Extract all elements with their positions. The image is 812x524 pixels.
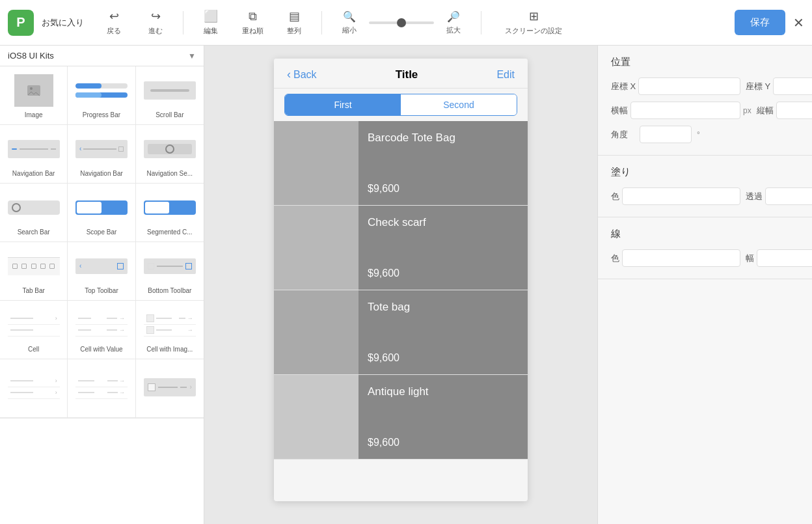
component-cell[interactable]: › Cell bbox=[0, 301, 68, 359]
save-button[interactable]: 保存 bbox=[735, 10, 785, 35]
mobile-edit-button[interactable]: Edit bbox=[496, 69, 515, 81]
mobile-list: Barcode Tote Bag $9,600 Check scarf $9,6… bbox=[274, 121, 528, 460]
mobile-navbar: ‹ Back Title Edit bbox=[274, 59, 528, 89]
component-tab-bar[interactable]: Tab Bar bbox=[0, 242, 68, 301]
angle-input[interactable] bbox=[640, 126, 692, 143]
scope-bar-preview bbox=[75, 200, 128, 215]
component-progress-bar[interactable]: Progress Bar bbox=[68, 66, 135, 125]
width-label: 横幅 bbox=[611, 105, 628, 117]
component-cell-variant-1[interactable]: › › bbox=[0, 359, 68, 418]
undo-button[interactable]: ↩ 戻る bbox=[100, 9, 128, 36]
component-navigation-bar-1[interactable]: Navigation Bar bbox=[0, 125, 68, 184]
redo-label: 進む bbox=[148, 26, 163, 36]
component-image-label: Image bbox=[25, 111, 43, 119]
main-area: iOS8 UI Kits ▼ Image bbox=[0, 46, 812, 524]
zoom-out-label: 縮小 bbox=[342, 25, 357, 35]
component-scope-bar[interactable]: Scope Bar bbox=[68, 184, 135, 242]
item-image-1 bbox=[274, 121, 359, 205]
component-segmented-control[interactable]: Segmented C... bbox=[136, 184, 204, 242]
fill-opacity-input[interactable] bbox=[765, 187, 812, 205]
coord-y-label: 座標 Y bbox=[746, 81, 770, 92]
item-name-4: Antique light bbox=[368, 385, 519, 398]
item-name-2: Check scarf bbox=[368, 216, 519, 229]
component-progress-bar-label: Progress Bar bbox=[83, 111, 120, 119]
chevron-down-icon: ▼ bbox=[188, 51, 196, 61]
item-image-4 bbox=[274, 375, 359, 459]
component-navigation-search[interactable]: Navigation Se... bbox=[136, 125, 204, 184]
svg-point-1 bbox=[30, 87, 33, 90]
top-toolbar-preview: ‹ bbox=[75, 258, 128, 274]
stroke-color-label: 色 bbox=[611, 253, 619, 264]
component-cell-variant-2[interactable]: → → bbox=[68, 359, 135, 418]
layers-button[interactable]: ⧉ 重ね順 bbox=[238, 10, 267, 36]
list-item[interactable]: Tote bag $9,600 bbox=[274, 290, 528, 375]
right-panel: 位置 座標 X 座標 Y 横幅 px 縦幅 bbox=[597, 46, 812, 524]
stroke-color-input[interactable] bbox=[622, 249, 740, 267]
canvas-area: ‹ Back Title Edit First Second Barcode T… bbox=[204, 46, 597, 524]
sidebar-dropdown[interactable]: iOS8 UI Kits ▼ bbox=[0, 46, 204, 66]
segment-second-option[interactable]: Second bbox=[401, 94, 517, 115]
item-name-3: Tote bag bbox=[368, 301, 519, 314]
angle-unit: ° bbox=[697, 130, 710, 139]
list-item[interactable]: Barcode Tote Bag $9,600 bbox=[274, 121, 528, 206]
align-button[interactable]: ▤ 整列 bbox=[280, 9, 308, 36]
height-label: 縦幅 bbox=[757, 105, 774, 117]
component-cell-variant-3[interactable]: › bbox=[136, 359, 204, 418]
stroke-section: 線 色 幅 px bbox=[598, 217, 812, 279]
list-item[interactable]: Check scarf $9,600 bbox=[274, 206, 528, 290]
coord-y-input[interactable] bbox=[773, 77, 812, 95]
width-unit: px bbox=[743, 106, 751, 115]
position-title: 位置 bbox=[611, 56, 799, 68]
item-info-2: Check scarf $9,600 bbox=[359, 206, 528, 290]
edit-button[interactable]: ⬜ 編集 bbox=[196, 9, 225, 36]
coord-x-input[interactable] bbox=[638, 77, 740, 95]
item-info-3: Tote bag $9,600 bbox=[359, 290, 528, 374]
item-price-3: $9,600 bbox=[368, 352, 519, 364]
item-price-1: $9,600 bbox=[368, 183, 519, 195]
progress-bar-preview-2 bbox=[75, 92, 128, 98]
component-scroll-bar[interactable]: Scroll Bar bbox=[136, 66, 204, 125]
component-navigation-bar-2[interactable]: ‹ Navigation Bar bbox=[68, 125, 135, 184]
angle-label: 角度 bbox=[611, 129, 634, 141]
mobile-back-button[interactable]: ‹ Back bbox=[287, 68, 317, 81]
list-item[interactable]: Antique light $9,600 bbox=[274, 375, 528, 460]
zoom-group: 🔍 縮小 🔎 拡大 bbox=[335, 10, 468, 35]
component-cell-label: Cell bbox=[28, 346, 39, 353]
component-nav-bar-2-label: Navigation Bar bbox=[80, 170, 123, 178]
component-top-toolbar[interactable]: ‹ Top Toolbar bbox=[68, 242, 135, 301]
top-toolbar: P お気に入り ↩ 戻る ↪ 進む ⬜ 編集 ⧉ 重ね順 ▤ 整列 🔍 縮小 bbox=[0, 0, 812, 46]
cell-variant-1-preview: › › bbox=[8, 376, 60, 399]
zoom-out-button[interactable]: 🔍 縮小 bbox=[335, 10, 364, 35]
component-bottom-toolbar[interactable]: Bottom Toolbar bbox=[136, 242, 204, 301]
zoom-slider[interactable] bbox=[369, 21, 434, 24]
zoom-in-button[interactable]: 🔎 拡大 bbox=[439, 10, 468, 35]
stroke-title: 線 bbox=[611, 228, 799, 240]
component-tab-bar-label: Tab Bar bbox=[22, 287, 44, 295]
favorite-label: お気に入り bbox=[42, 17, 84, 29]
component-cell-with-value[interactable]: → → Cell with Value bbox=[68, 301, 135, 359]
coord-row: 座標 X 座標 Y bbox=[611, 77, 799, 95]
component-search-bar[interactable]: Search Bar bbox=[0, 184, 68, 242]
cell-variant-2-preview: → → bbox=[75, 376, 128, 399]
component-image[interactable]: Image bbox=[0, 66, 68, 125]
tab-bar-preview bbox=[8, 257, 60, 275]
redo-button[interactable]: ↪ 進む bbox=[141, 9, 170, 36]
mobile-title: Title bbox=[396, 68, 418, 81]
height-input[interactable] bbox=[776, 102, 812, 119]
fill-color-input[interactable] bbox=[622, 187, 740, 205]
component-cell-with-image[interactable]: → → Cell with Imag... bbox=[136, 301, 204, 359]
mobile-segmented-control: First Second bbox=[284, 94, 517, 116]
close-button[interactable]: ✕ bbox=[793, 15, 804, 31]
toolbar-sep-2 bbox=[321, 11, 322, 34]
segment-first-option[interactable]: First bbox=[285, 94, 401, 115]
cell-preview: › bbox=[8, 313, 60, 337]
screen-label: スクリーンの設定 bbox=[505, 26, 562, 36]
screen-settings-button[interactable]: ⊞ スクリーンの設定 bbox=[505, 9, 562, 36]
search-bar-preview bbox=[8, 200, 60, 215]
mobile-back-label: Back bbox=[293, 69, 317, 81]
angle-row: 角度 ° bbox=[611, 126, 799, 143]
component-scope-bar-label: Scope Bar bbox=[87, 228, 117, 236]
stroke-width-input[interactable] bbox=[757, 249, 812, 267]
width-input[interactable] bbox=[630, 102, 740, 119]
item-image-3 bbox=[274, 290, 359, 374]
